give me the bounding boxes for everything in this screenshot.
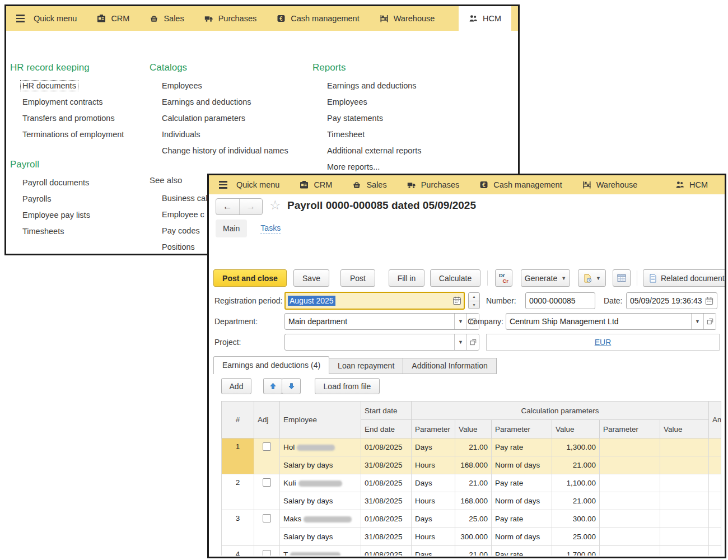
- col-start-date[interactable]: Start date: [361, 402, 412, 420]
- department-field[interactable]: Main department ▼: [284, 313, 479, 330]
- col-parameter[interactable]: Parameter: [600, 420, 660, 438]
- table-row[interactable]: Salary by days 31/08/2025 Hours 168.000 …: [222, 456, 721, 474]
- menu-item-purchases[interactable]: Purchases: [402, 175, 465, 194]
- hamburger-icon[interactable]: [216, 181, 231, 188]
- table-row[interactable]: Salary by days 31/08/2025 Hours 300.000 …: [222, 528, 721, 546]
- link-report-pay-statements[interactable]: Pay statements: [315, 114, 421, 130]
- open-icon[interactable]: [703, 314, 716, 329]
- col-parameter[interactable]: Parameter: [412, 420, 455, 438]
- favorite-star-icon[interactable]: ☆: [269, 198, 281, 213]
- dropdown-arrow-icon[interactable]: ▼: [691, 314, 703, 329]
- adjustment-checkbox[interactable]: [263, 550, 271, 556]
- report-grid-button[interactable]: [613, 269, 631, 287]
- link-terminations[interactable]: Terminations of employment: [10, 130, 124, 146]
- menu-item-quick-menu[interactable]: Quick menu: [28, 6, 82, 31]
- tab-tasks[interactable]: Tasks: [260, 223, 281, 234]
- tab-loan-repayment[interactable]: Loan repayment: [329, 358, 403, 374]
- calendar-icon[interactable]: [452, 296, 461, 305]
- dropdown-arrow-icon[interactable]: ▼: [454, 334, 466, 350]
- calculate-button[interactable]: Calculate: [430, 269, 480, 287]
- open-icon[interactable]: [466, 334, 479, 350]
- number-field[interactable]: 0000-000085: [525, 292, 595, 309]
- link-payrolls[interactable]: Payrolls: [10, 194, 90, 211]
- link-individuals[interactable]: Individuals: [150, 130, 288, 146]
- fill-in-button[interactable]: Fill in: [389, 269, 424, 287]
- col-employee[interactable]: Employee: [280, 402, 361, 438]
- menu-item-cash-management[interactable]: € Cash management: [474, 175, 568, 194]
- menu-item-purchases[interactable]: Purchases: [199, 6, 263, 31]
- link-employment-contracts[interactable]: Employment contracts: [10, 97, 124, 114]
- col-parameter[interactable]: Parameter: [492, 420, 552, 438]
- table-row[interactable]: 3 Maks 01/08/2025 Days 25.00 Pay rate 30…: [222, 510, 721, 528]
- save-button[interactable]: Save: [293, 269, 329, 287]
- link-employees[interactable]: Employees: [150, 81, 288, 97]
- col-value[interactable]: Value: [660, 420, 709, 438]
- tab-main[interactable]: Main: [216, 220, 247, 237]
- link-report-earnings-deductions[interactable]: Earnings and deductions: [315, 81, 421, 97]
- hamburger-icon[interactable]: [13, 15, 28, 22]
- menu-item-warehouse[interactable]: Warehouse: [577, 175, 643, 194]
- menu-item-hcm[interactable]: HCM: [459, 6, 511, 31]
- col-amount[interactable]: Amount: [709, 402, 721, 438]
- calendar-icon[interactable]: [705, 297, 713, 305]
- table-row[interactable]: 4 T 01/08/2025 Days 21.00 Pay rate 1,700…: [222, 546, 721, 556]
- adjustment-checkbox[interactable]: [263, 514, 271, 522]
- link-timesheets[interactable]: Timesheets: [10, 227, 90, 243]
- spinner-up-icon[interactable]: ▲: [469, 293, 479, 301]
- menu-item-quick-menu[interactable]: Quick menu: [231, 175, 285, 194]
- sales-icon: [150, 14, 158, 23]
- link-report-timesheet[interactable]: Timesheet: [315, 130, 421, 146]
- menu-item-sales[interactable]: Sales: [144, 6, 189, 31]
- load-from-file-button[interactable]: Load from file: [315, 378, 380, 394]
- table-row[interactable]: 2 Kuli 01/08/2025 Days 21.00 Pay rate 1,…: [222, 474, 721, 492]
- col-value[interactable]: Value: [552, 420, 600, 438]
- menu-item-sales[interactable]: Sales: [347, 175, 392, 194]
- link-payroll-documents[interactable]: Payroll documents: [10, 178, 90, 194]
- post-and-close-button[interactable]: Post and close: [213, 269, 287, 287]
- table-row[interactable]: 1 Hol 01/08/2025 Days 21.00 Pay rate 1,3…: [222, 438, 721, 456]
- link-report-additional-external[interactable]: Additional external reports: [315, 146, 421, 162]
- link-transfers-promotions[interactable]: Transfers and promotions: [10, 114, 124, 130]
- menu-item-crm[interactable]: CRM: [91, 6, 135, 31]
- link-change-history[interactable]: Change history of individual names: [150, 146, 288, 162]
- tab-earnings-and-deductions[interactable]: Earnings and deductions (4): [213, 356, 329, 374]
- period-spinner[interactable]: ▲ ▼: [468, 292, 480, 309]
- col-value[interactable]: Value: [455, 420, 492, 438]
- post-button[interactable]: Post: [340, 269, 375, 287]
- tab-additional-information[interactable]: Additional Information: [403, 358, 496, 374]
- registration-period-field[interactable]: August 2025: [284, 292, 465, 310]
- menu-item-hcm[interactable]: HCM: [665, 175, 718, 194]
- link-report-employees[interactable]: Employees: [315, 97, 421, 114]
- spinner-down-icon[interactable]: ▼: [469, 301, 479, 309]
- add-row-button[interactable]: Add: [221, 378, 251, 394]
- company-field[interactable]: Centrum Ship Management Ltd ▼: [506, 313, 716, 330]
- forward-button[interactable]: →: [240, 199, 263, 214]
- col-calculation-parameters[interactable]: Calculation parameters: [412, 402, 709, 420]
- menu-item-warehouse[interactable]: Warehouse: [374, 6, 441, 31]
- link-employee-pay-lists[interactable]: Employee pay lists: [10, 211, 90, 227]
- back-button[interactable]: ←: [216, 199, 240, 214]
- menu-item-crm[interactable]: CRM: [294, 175, 338, 194]
- col-adj[interactable]: Adj: [254, 402, 280, 438]
- related-documents-button[interactable]: Related documents: [643, 269, 725, 287]
- move-down-button[interactable]: [282, 378, 301, 394]
- date-field[interactable]: 05/09/2025 19:36:43: [626, 292, 717, 309]
- dr-cr-entries-button[interactable]: Dr Cr: [495, 269, 512, 287]
- registration-period-label: Registration period:: [214, 292, 282, 309]
- project-field[interactable]: ▼: [284, 334, 479, 351]
- purchases-icon: [204, 14, 213, 23]
- move-up-button[interactable]: [263, 378, 282, 394]
- link-calculation-parameters[interactable]: Calculation parameters: [150, 114, 288, 130]
- link-hr-documents[interactable]: HR documents: [10, 81, 124, 97]
- link-earnings-deductions[interactable]: Earnings and deductions: [150, 97, 288, 114]
- adjustment-checkbox[interactable]: [263, 442, 271, 451]
- col-end-date[interactable]: End date: [361, 420, 412, 438]
- table-row[interactable]: Salary by days 31/08/2025 Hours 168.000 …: [222, 492, 721, 510]
- menu-item-cash-management[interactable]: € Cash management: [271, 6, 365, 31]
- generate-button[interactable]: Generate ▼: [521, 269, 570, 287]
- currency-link[interactable]: EUR: [595, 338, 612, 347]
- adjustment-checkbox[interactable]: [263, 478, 271, 487]
- col-num[interactable]: #: [222, 402, 254, 438]
- periodic-documents-button[interactable]: ▼: [578, 269, 606, 287]
- dropdown-arrow-icon[interactable]: ▼: [454, 314, 466, 329]
